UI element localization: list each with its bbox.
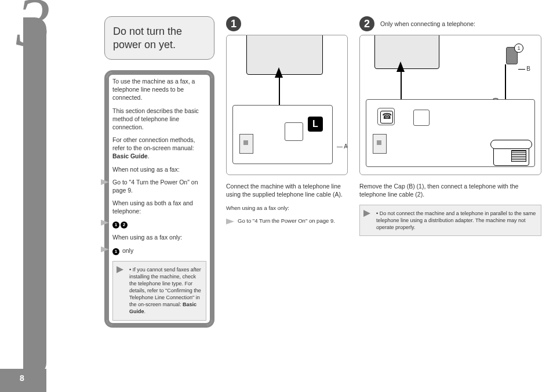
step-2-text: Remove the Cap (B) (1), then connect a t… [359, 182, 541, 198]
when-not-fax-label: When not using as a fax: [112, 165, 206, 173]
arrow-right-icon [226, 219, 234, 224]
intro-p2: This section describes the basic method … [112, 107, 206, 132]
section-number: 3 [16, 0, 51, 63]
arrow-right-icon [101, 220, 109, 226]
jack-illustration [285, 122, 303, 141]
intro-note: • If you cannot send faxes after install… [112, 261, 206, 321]
step-1-badge: 1 [226, 16, 241, 31]
when-not-fax-action: Go to "4 Turn the Power On" on page 9. [112, 178, 206, 194]
page-number: 8 [16, 371, 43, 385]
step-1-diagram: L — A [226, 35, 348, 175]
label-circ-1: 1 [514, 43, 523, 53]
when-both-label: When using as both a fax and telephone: [112, 199, 206, 215]
intro-box: To use the machine as a fax, a telephone… [104, 70, 214, 328]
step-1-text: Connect the machine with a telephone lin… [226, 182, 348, 198]
step-1-sublabel: When using as a fax only: [226, 205, 348, 212]
jack-illustration [413, 110, 430, 126]
triangle-bullet-icon [363, 210, 370, 217]
telephone-illustration [493, 144, 529, 166]
phone-jack-icon [377, 108, 395, 125]
wallplate-illustration [373, 134, 387, 154]
label-a: — A [336, 143, 348, 150]
power-warning: Do not turn the power on yet. [104, 16, 214, 60]
when-fax-only-label: When using as a fax only: [112, 233, 206, 241]
intro-p3: For other connection methods, refer to t… [112, 136, 206, 161]
label-b: B [526, 66, 530, 72]
step-2-badge: 2 [359, 16, 374, 31]
intro-p1: To use the machine as a fax, a telephone… [112, 77, 206, 102]
when-both-steps: 12 [112, 220, 206, 228]
triangle-bullet-icon [117, 266, 123, 273]
arrow-right-icon [101, 179, 109, 185]
step-2-diagram: 1 B 2 [359, 35, 541, 175]
printer-illustration [246, 35, 323, 75]
step-2-note: • Do not connect the machine and a telep… [359, 205, 541, 236]
step-1-subaction: Go to "4 Turn the Power On" on page 9. [238, 217, 348, 225]
label-l: L [308, 117, 323, 132]
step-2-header-text: Only when connecting a telephone: [380, 20, 475, 27]
wallplate-illustration [239, 134, 253, 154]
arrow-right-icon [101, 246, 109, 252]
when-fax-only-steps: 1 only [112, 246, 206, 255]
